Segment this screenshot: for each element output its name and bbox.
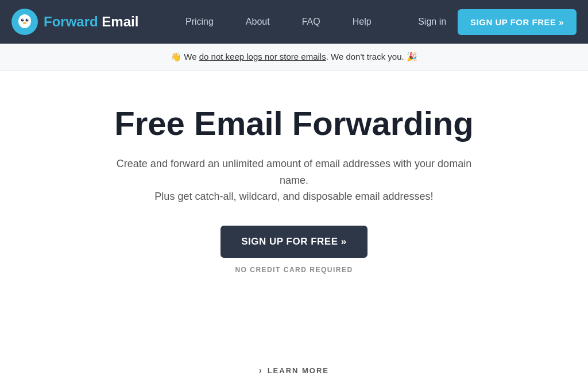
svg-point-4 (27, 19, 28, 20)
no-credit-card-label[interactable]: NO CREDIT CARD REQUIRED (235, 266, 353, 274)
notice-wave: 👋 (171, 52, 181, 61)
signin-link[interactable]: Sign in (418, 17, 446, 27)
svg-point-5 (23, 22, 26, 24)
learn-more-button[interactable]: › LEARN MORE (259, 366, 329, 375)
svg-point-3 (22, 19, 24, 20)
nav-pricing[interactable]: Pricing (169, 0, 230, 44)
chevron-down-icon: › (259, 366, 263, 375)
nav-faq[interactable]: FAQ (286, 0, 336, 44)
notice-bar: 👋 We do not keep logs nor store emails. … (0, 44, 588, 71)
hero-section: Free Email Forwarding Create and forward… (0, 71, 588, 297)
hero-cta-button[interactable]: SIGN UP FOR FREE » (220, 226, 367, 258)
notice-text-after: . We don't track you. 🎉 (326, 52, 417, 61)
logo-forward: Forward (44, 14, 98, 29)
logo-icon (11, 9, 38, 35)
svg-point-1 (21, 19, 24, 22)
hero-subtitle-line2: Plus get catch-all, wildcard, and dispos… (154, 191, 433, 202)
hero-title: Free Email Forwarding (114, 105, 473, 142)
nav-about[interactable]: About (230, 0, 286, 44)
svg-point-2 (26, 19, 29, 22)
main-nav: Pricing About FAQ Help (169, 0, 388, 44)
learn-more-section: › LEARN MORE (259, 366, 329, 375)
navbar: Forward Email Pricing About FAQ Help Sig… (0, 0, 588, 44)
hero-subtitle-line1: Create and forward an unlimited amount o… (117, 158, 471, 186)
navbar-right: Sign in SIGN UP FOR FREE » (418, 9, 577, 35)
navbar-signup-button[interactable]: SIGN UP FOR FREE » (458, 9, 577, 35)
hero-subtitle: Create and forward an unlimited amount o… (116, 156, 472, 205)
logo-text: Forward Email (44, 14, 138, 30)
svg-point-0 (18, 14, 31, 28)
notice-link[interactable]: do not keep logs nor store emails (199, 52, 326, 61)
nav-help[interactable]: Help (336, 0, 388, 44)
logo-email: Email (98, 14, 139, 29)
logo-area: Forward Email (11, 9, 138, 35)
learn-more-label: LEARN MORE (268, 366, 329, 375)
notice-text-before: We (181, 52, 199, 61)
